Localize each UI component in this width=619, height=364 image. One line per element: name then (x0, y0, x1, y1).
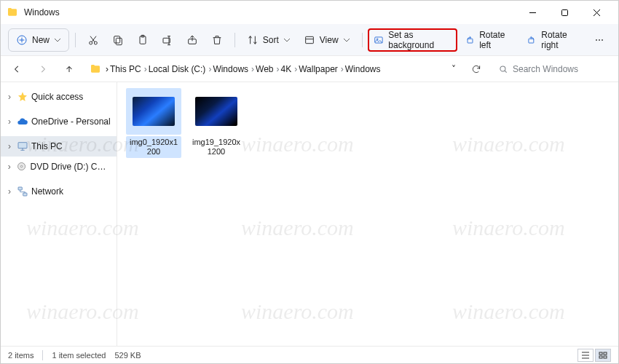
new-label: New (32, 35, 50, 45)
svg-rect-26 (599, 356, 602, 358)
breadcrumb-dropdown[interactable]: ˅ (452, 64, 456, 74)
svg-point-17 (602, 39, 603, 41)
minimize-button[interactable] (516, 1, 548, 24)
sidebar-item-onedrive[interactable]: › OneDrive - Personal (1, 111, 117, 132)
sidebar-item-this-pc[interactable]: › This PC (1, 136, 117, 157)
svg-rect-14 (529, 39, 534, 43)
crumb[interactable]: Web (256, 64, 273, 74)
crumb[interactable]: 4K (281, 64, 292, 74)
rotate-left-icon (465, 34, 475, 46)
status-selected: 1 item selected (52, 351, 106, 360)
window-title: Windows (24, 7, 516, 17)
rotate-right-button[interactable]: Rotate right (521, 28, 586, 52)
expand-icon[interactable]: › (5, 92, 14, 102)
file-item[interactable]: img19_1920x1200 (189, 88, 244, 158)
chevron-down-icon (343, 36, 350, 44)
sidebar-item-quick-access[interactable]: › Quick access (1, 87, 117, 107)
thumbnails-view-button[interactable] (595, 349, 611, 362)
titlebar: Windows (1, 1, 618, 24)
back-button[interactable] (7, 59, 27, 79)
plus-circle-icon (16, 34, 28, 46)
expand-icon[interactable]: › (5, 116, 14, 127)
copy-button[interactable] (106, 28, 130, 52)
set-as-background-button[interactable]: Set as background (368, 28, 457, 52)
rotate-left-label: Rotate left (479, 30, 513, 50)
file-thumbnail (195, 97, 237, 126)
file-thumbnail (133, 97, 175, 126)
view-label: View (320, 35, 339, 45)
rename-button[interactable] (156, 28, 179, 52)
svg-point-21 (21, 166, 23, 168)
sort-label: Sort (263, 35, 279, 45)
disc-icon (16, 161, 27, 173)
rename-icon (162, 34, 173, 46)
view-icon (304, 34, 315, 46)
folder-icon (7, 7, 18, 18)
svg-rect-19 (18, 143, 27, 149)
paste-icon (137, 34, 149, 46)
file-item[interactable]: img0_1920x1200 (126, 88, 181, 158)
status-size: 529 KB (114, 351, 141, 360)
nav-pane: › Quick access › OneDrive - Personal › T… (1, 82, 117, 346)
status-bar: 2 items 1 item selected 529 KB (1, 346, 618, 363)
svg-rect-13 (468, 39, 473, 43)
crumb[interactable]: This PC (110, 64, 141, 74)
share-icon (186, 34, 198, 46)
search-box[interactable]: Search Windows (492, 59, 612, 79)
cloud-icon (17, 116, 28, 127)
close-button[interactable] (580, 1, 612, 24)
paste-button[interactable] (131, 28, 154, 52)
search-icon (498, 64, 508, 74)
crumb[interactable]: Wallpaper (299, 64, 338, 74)
details-view-button[interactable] (577, 349, 594, 362)
more-button[interactable] (588, 28, 611, 52)
svg-rect-4 (114, 36, 120, 42)
sidebar-item-network[interactable]: › Network (1, 181, 117, 202)
chevron-down-icon (54, 36, 61, 44)
rotate-left-button[interactable]: Rotate left (459, 28, 519, 52)
network-icon (17, 186, 28, 197)
svg-rect-5 (116, 38, 122, 44)
up-button[interactable] (59, 59, 79, 79)
folder-icon (90, 63, 101, 75)
svg-point-18 (500, 66, 505, 71)
svg-rect-10 (305, 36, 313, 43)
rotate-right-icon (527, 34, 537, 46)
breadcrumb[interactable]: › This PC› Local Disk (C:)› Windows› Web… (85, 59, 460, 79)
rotate-right-label: Rotate right (541, 30, 580, 50)
view-button[interactable]: View (298, 28, 356, 52)
picture-icon (374, 34, 384, 46)
crumb-chevron[interactable]: › (106, 64, 109, 74)
crumb[interactable]: Windows (345, 64, 381, 74)
expand-icon[interactable]: › (5, 141, 14, 151)
refresh-button[interactable] (466, 59, 486, 79)
delete-button[interactable] (205, 28, 229, 52)
svg-rect-27 (604, 356, 607, 358)
svg-rect-24 (599, 352, 602, 355)
status-count: 2 items (8, 351, 33, 360)
set-bg-label: Set as background (388, 30, 452, 50)
trash-icon (211, 34, 223, 46)
search-placeholder: Search Windows (513, 64, 578, 74)
svg-rect-25 (604, 352, 607, 355)
new-button[interactable]: New (8, 28, 69, 52)
svg-rect-23 (23, 193, 27, 196)
share-button[interactable] (181, 28, 204, 52)
expand-icon[interactable]: › (5, 162, 13, 172)
pc-icon (17, 141, 28, 152)
forward-button[interactable] (33, 59, 53, 79)
file-name: img0_1920x1200 (126, 136, 181, 158)
more-icon (594, 34, 605, 46)
cut-button[interactable] (82, 28, 105, 52)
address-bar-row: › This PC› Local Disk (C:)› Windows› Web… (1, 56, 618, 82)
crumb[interactable]: Windows (213, 64, 248, 74)
maximize-button[interactable] (548, 1, 580, 24)
file-view[interactable]: img0_1920x1200 img19_1920x1200 (117, 82, 618, 346)
chevron-down-icon (283, 36, 291, 44)
sort-button[interactable]: Sort (241, 28, 296, 52)
svg-rect-22 (18, 187, 22, 190)
separator (362, 33, 363, 47)
crumb[interactable]: Local Disk (C:) (149, 64, 206, 74)
sidebar-item-dvd-drive[interactable]: › DVD Drive (D:) CCCO (1, 157, 117, 177)
expand-icon[interactable]: › (5, 186, 14, 197)
